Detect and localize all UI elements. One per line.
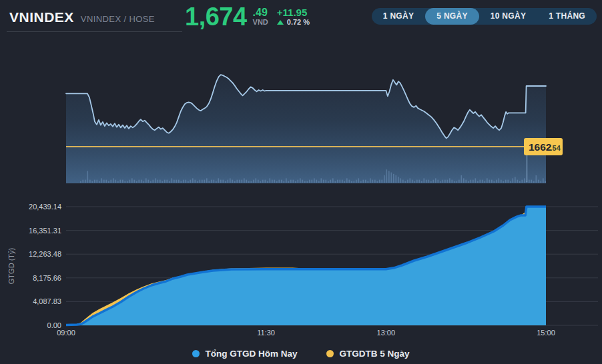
x-axis-tick-label: 09:00 xyxy=(57,329,75,337)
x-axis-tick-label: 13:00 xyxy=(377,329,396,337)
svg-text:.54: .54 xyxy=(551,144,561,152)
legend-item-2[interactable]: GTGDTB 5 Ngày xyxy=(326,349,409,359)
svg-text:1662: 1662 xyxy=(529,141,551,153)
vnindex-chart-panel: VNINDEX VNINDEX / HOSE 1,674 .49 VND +11… xyxy=(0,0,602,364)
y-axis-tick-label: 12,263.48 xyxy=(29,250,61,258)
chart-legend: Tổng GTGD Hôm NayGTGDTB 5 Ngày xyxy=(0,345,602,362)
today-value-area xyxy=(66,207,546,325)
volume-chart[interactable]: 0.004,087.838,175.6612,263.4816,351.3120… xyxy=(0,200,602,343)
y-axis-tick-label: 16,351.31 xyxy=(29,227,61,235)
y-axis-title: GTGD (Tỷ) xyxy=(7,248,15,284)
legend-label: GTGDTB 5 Ngày xyxy=(339,349,409,359)
x-axis-tick-label: 15:00 xyxy=(537,329,555,337)
previous-close-label: 1662.54 xyxy=(524,138,563,155)
legend-dot-icon xyxy=(326,350,334,357)
y-axis-tick-label: 4,087.83 xyxy=(33,297,61,305)
y-axis-tick-label: 20,439.14 xyxy=(29,203,61,211)
x-axis-tick-label: 11:30 xyxy=(257,329,275,337)
price-chart[interactable]: 1662.54 xyxy=(0,0,602,200)
y-axis-tick-label: 8,175.66 xyxy=(33,274,61,282)
legend-label: Tổng GTGD Hôm Nay xyxy=(205,349,297,359)
legend-item-1[interactable]: Tổng GTGD Hôm Nay xyxy=(192,349,297,359)
legend-dot-icon xyxy=(192,350,200,357)
